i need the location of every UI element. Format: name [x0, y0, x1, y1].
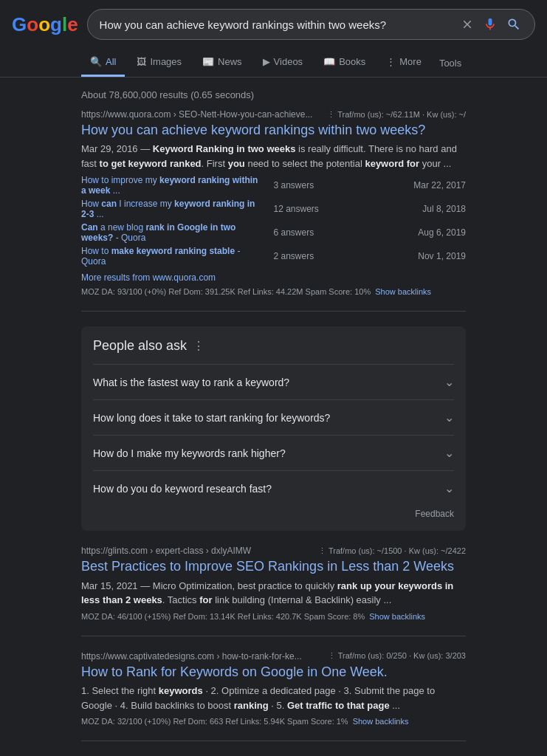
results-container: About 78,600,000 results (0.65 seconds) … — [0, 78, 547, 756]
result-traf: ⋮ Traf/mo (us): 0/250 · Kw (us): 3/203 — [328, 651, 466, 661]
tab-more[interactable]: ⋮ More — [377, 49, 430, 77]
sub-result-row: How to improve my keyword ranking within… — [81, 175, 466, 196]
show-backlinks-link[interactable]: Show backlinks — [369, 612, 425, 621]
people-also-ask-section: People also ask ⋮ What is the fastest wa… — [81, 326, 466, 531]
result-title[interactable]: Best Practices to Improve SEO Rankings i… — [81, 558, 466, 575]
result-url-row: https://glints.com › expert-class › dxly… — [81, 546, 466, 556]
result-snippet: Mar 15, 2021 — Micro Optimization, best … — [81, 579, 466, 608]
moz-row: MOZ DA: 93/100 (+0%) Ref Dom: 391.25K Re… — [81, 287, 466, 296]
result-url: https://www.captivatedesigns.com › how-t… — [81, 651, 302, 662]
sub-result-row: How can I increase my keyword ranking in… — [81, 199, 466, 219]
tab-news[interactable]: 📰 News — [193, 49, 251, 77]
paa-item[interactable]: How do you do keyword research fast? ⌄ — [93, 470, 454, 506]
chevron-down-icon: ⌄ — [444, 446, 454, 460]
tab-books[interactable]: 📖 Books — [314, 49, 374, 77]
tab-all[interactable]: 🔍 All — [81, 49, 125, 77]
sub-result-date: Aug 6, 2019 — [377, 227, 466, 238]
result-card: https://www.quora.com › SEO-Nett-How-you… — [81, 109, 466, 312]
paa-header: People also ask ⋮ — [93, 338, 454, 354]
result-title[interactable]: How to Rank for Keywords on Google in On… — [81, 664, 466, 681]
header: Google — [0, 0, 547, 49]
result-url: https://www.quora.com › SEO-Nett-How-you… — [81, 109, 312, 120]
sub-result-answers: 6 answers — [274, 227, 362, 238]
more-dots-icon: ⋮ — [386, 56, 396, 67]
nav-tabs: 🔍 All 🖼 Images 📰 News ▶ Videos 📖 Books ⋮… — [0, 49, 547, 78]
paa-options-button[interactable]: ⋮ — [193, 339, 204, 353]
clear-search-button[interactable] — [459, 16, 475, 32]
search-button[interactable] — [505, 16, 523, 33]
sub-results: How to improve my keyword ranking within… — [81, 175, 466, 267]
show-backlinks-link[interactable]: Show backlinks — [375, 287, 431, 296]
google-logo: Google — [12, 13, 78, 36]
results-count: About 78,600,000 results (0.65 seconds) — [81, 83, 466, 109]
moz-row: MOZ DA: 46/100 (+15%) Ref Dom: 13.14K Re… — [81, 612, 466, 621]
result-snippet: Mar 29, 2016 — Keyword Ranking in two we… — [81, 142, 466, 171]
sub-result-date: Nov 1, 2019 — [377, 251, 466, 261]
sub-result-link[interactable]: How to improve my keyword ranking within… — [81, 175, 259, 196]
sub-result-link[interactable]: How can I increase my keyword ranking in… — [81, 199, 259, 219]
moz-info: MOZ DA: 93/100 (+0%) Ref Dom: 391.25K Re… — [81, 287, 371, 296]
sub-result-answers: 2 answers — [274, 251, 362, 261]
sub-result-answers: 3 answers — [274, 180, 362, 190]
sub-result-row: Can a new blog rank in Google in two wee… — [81, 222, 466, 243]
result-title[interactable]: How you can achieve keyword rankings wit… — [81, 122, 466, 139]
result-card: https://glints.com › expert-class › dxly… — [81, 546, 466, 636]
result-url: https://glints.com › expert-class › dxly… — [81, 546, 251, 556]
search-bar — [87, 9, 535, 40]
sub-result-row: How to make keyword ranking stable - Quo… — [81, 246, 466, 267]
books-icon: 📖 — [323, 56, 335, 67]
paa-item[interactable]: How long does it take to start ranking f… — [93, 399, 454, 435]
tools-button[interactable]: Tools — [433, 50, 467, 76]
search-icon: 🔍 — [90, 56, 102, 67]
paa-question: How do you do keyword research fast? — [93, 483, 272, 495]
result-url-row: https://www.captivatedesigns.com › how-t… — [81, 651, 466, 662]
show-backlinks-link[interactable]: Show backlinks — [353, 717, 409, 726]
chevron-down-icon: ⌄ — [444, 375, 454, 389]
images-icon: 🖼 — [137, 56, 146, 67]
more-results-link[interactable]: More results from www.quora.com — [81, 272, 216, 283]
result-traf: ⋮ Traf/mo (us): ~/1500 · Kw (us): ~/2422 — [318, 546, 466, 556]
result-snippet: 1. Select the right keywords · 2. Optimi… — [81, 684, 466, 712]
paa-question: What is the fastest way to rank a keywor… — [93, 377, 289, 388]
search-input[interactable] — [100, 18, 453, 31]
sub-result-date: Mar 22, 2017 — [377, 180, 466, 190]
moz-row: MOZ DA: 32/100 (+10%) Ref Dom: 663 Ref L… — [81, 717, 466, 726]
result-url-row: https://www.quora.com › SEO-Nett-How-you… — [81, 109, 466, 120]
sub-result-link[interactable]: How to make keyword ranking stable - Quo… — [81, 246, 259, 267]
tab-videos[interactable]: ▶ Videos — [254, 49, 312, 77]
sub-result-date: Jul 8, 2018 — [377, 204, 466, 214]
paa-item[interactable]: What is the fastest way to rank a keywor… — [93, 364, 454, 399]
tab-images[interactable]: 🖼 Images — [128, 49, 190, 77]
sub-result-answers: 12 answers — [274, 204, 362, 214]
paa-question: How long does it take to start ranking f… — [93, 412, 330, 424]
paa-heading: People also ask — [93, 338, 187, 354]
sub-result-link[interactable]: Can a new blog rank in Google in two wee… — [81, 222, 259, 243]
news-icon: 📰 — [202, 56, 214, 67]
chevron-down-icon: ⌄ — [444, 410, 454, 425]
chevron-down-icon: ⌄ — [444, 481, 454, 495]
voice-search-button[interactable] — [481, 16, 499, 33]
result-traf: ⋮ Traf/mo (us): ~/62.11M · Kw (us): ~/ — [327, 110, 466, 120]
result-card: https://www.captivatedesigns.com › how-t… — [81, 651, 466, 741]
moz-info: MOZ DA: 32/100 (+10%) Ref Dom: 663 Ref L… — [81, 717, 348, 726]
feedback-button[interactable]: Feedback — [93, 509, 454, 519]
moz-info: MOZ DA: 46/100 (+15%) Ref Dom: 13.14K Re… — [81, 612, 365, 621]
paa-question: How do I make my keywords rank higher? — [93, 447, 286, 459]
videos-icon: ▶ — [263, 56, 270, 67]
paa-item[interactable]: How do I make my keywords rank higher? ⌄ — [93, 435, 454, 470]
